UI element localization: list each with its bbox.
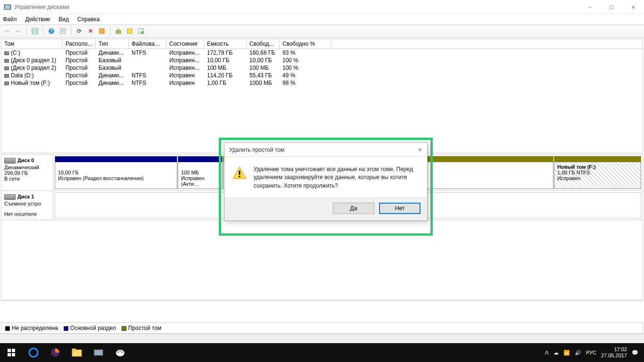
legend: Не распределена Основной раздел Простой … — [1, 322, 643, 334]
partition-d[interactable] — [407, 156, 553, 189]
svg-rect-2 — [5, 8, 10, 8]
legend-primary-swatch — [64, 326, 68, 331]
svg-rect-26 — [94, 350, 103, 355]
toolbar: ⇦ ⇨ ? ⟳ ✕ — [0, 25, 644, 38]
action3-icon[interactable] — [136, 26, 146, 36]
svg-rect-18 — [8, 349, 11, 352]
windows-icon — [8, 349, 15, 356]
window-close-button[interactable]: ✕ — [622, 0, 644, 14]
action2-icon[interactable] — [124, 26, 135, 36]
menu-help[interactable]: Справка — [77, 16, 99, 23]
disk-mgmt-icon — [4, 3, 11, 11]
taskbar-edge-icon[interactable] — [23, 343, 44, 362]
table-row[interactable]: Новый том (F:)ПростойДинами...NTFSИсправ… — [1, 79, 643, 87]
status-bar — [0, 334, 644, 343]
svg-rect-3 — [32, 28, 38, 34]
warning-icon — [232, 165, 247, 181]
tray-network-icon[interactable]: 📶 — [563, 350, 570, 356]
tray-notifications-icon[interactable]: 💬 — [632, 350, 638, 356]
menu-view[interactable]: Вид — [58, 16, 69, 23]
table-row[interactable]: (Диск 0 раздел 2)ПростойБазовыйИсправен.… — [1, 64, 643, 72]
start-button[interactable] — [0, 349, 23, 356]
forward-icon[interactable]: ⇨ — [13, 26, 24, 36]
svg-text:?: ? — [50, 29, 53, 34]
table-row[interactable]: (C:)ПростойДинами...NTFSИсправен...172,7… — [1, 49, 643, 57]
col-capacity[interactable]: Емкость — [204, 39, 247, 49]
tray-volume-icon[interactable]: 🔊 — [575, 350, 581, 356]
svg-rect-21 — [12, 353, 15, 356]
svg-rect-20 — [8, 353, 11, 356]
window-title: Управление дисками — [14, 4, 69, 10]
menu-file[interactable]: Файл — [3, 16, 17, 23]
svg-point-30 — [122, 352, 123, 353]
svg-rect-8 — [60, 29, 65, 33]
svg-rect-25 — [72, 349, 76, 351]
taskbar-explorer-icon[interactable] — [66, 343, 88, 362]
col-layout[interactable]: Располо... — [63, 39, 96, 49]
window-maximize-button[interactable]: ☐ — [601, 0, 622, 14]
dialog-no-button[interactable]: Нет — [379, 203, 421, 214]
col-type[interactable]: Тип — [96, 39, 129, 49]
taskbar-clock[interactable]: 17:02 27.05.2017 — [601, 346, 627, 359]
dialog-close-button[interactable]: ✕ — [416, 146, 424, 154]
svg-point-28 — [118, 352, 119, 353]
svg-rect-11 — [99, 29, 104, 33]
menu-action[interactable]: Действие — [25, 16, 50, 23]
table-row[interactable]: (Диск 0 раздел 1)ПростойБазовыйИсправен.… — [1, 57, 643, 64]
legend-unalloc-swatch — [5, 326, 10, 331]
tray-onedrive-icon[interactable]: ☁ — [553, 350, 559, 356]
svg-rect-16 — [239, 171, 240, 175]
svg-rect-13 — [127, 29, 132, 33]
tray-language[interactable]: РУС — [586, 350, 596, 355]
volume-table-header: Том Располо... Тип Файловая с... Состоян… — [1, 39, 643, 49]
disk-1-label[interactable]: Диск 1 Съемное устро Нет носителя — [1, 191, 53, 220]
table-row[interactable]: Data (D:)ПростойДинами...NTFSИсправен114… — [1, 72, 643, 79]
delete-icon[interactable]: ✕ — [85, 26, 96, 36]
window-titlebar: Управление дисками ─ ☐ ✕ — [0, 0, 644, 14]
col-free[interactable]: Свобод... — [247, 39, 280, 49]
disk-icon — [4, 194, 16, 200]
tray-chevron-icon[interactable]: ᐱ — [545, 350, 549, 356]
partition-system[interactable]: 100 МБ Исправен (Акти… — [178, 156, 223, 189]
partition-recovery[interactable]: 10,00 ГБ Исправен (Раздел восстановления… — [55, 156, 177, 189]
dialog-titlebar: Удалить простой том ✕ — [224, 143, 427, 157]
help-icon[interactable]: ? — [46, 26, 57, 36]
taskbar-paint-icon[interactable] — [109, 343, 131, 362]
legend-simple-swatch — [122, 326, 126, 331]
col-fs[interactable]: Файловая с... — [129, 39, 166, 49]
dialog-message: Удаление тома уничтожает все данные на э… — [254, 165, 420, 190]
svg-point-15 — [141, 31, 144, 34]
volume-table: Том Располо... Тип Файловая с... Состоян… — [1, 39, 643, 153]
disk-icon — [4, 158, 16, 164]
dialog-yes-button[interactable]: Да — [333, 203, 374, 214]
action1-icon[interactable] — [113, 26, 124, 36]
taskbar-diskmgmt-icon[interactable] — [88, 343, 109, 362]
settings-icon[interactable] — [97, 26, 107, 36]
view-list-icon[interactable] — [30, 26, 40, 36]
col-volume[interactable]: Том — [1, 39, 63, 49]
window-minimize-button[interactable]: ─ — [579, 0, 601, 14]
svg-rect-1 — [5, 6, 10, 7]
svg-point-22 — [29, 348, 38, 357]
disk-0-label[interactable]: Диск 0 Динамический 298,09 ГБ В сети — [1, 155, 53, 190]
col-status[interactable]: Состояние — [166, 39, 204, 49]
dialog-title: Удалить простой том — [229, 147, 284, 153]
confirm-dialog: Удалить простой том ✕ Удаление тома унич… — [224, 142, 428, 221]
svg-rect-19 — [12, 349, 15, 352]
col-free-pct[interactable]: Свободно % — [280, 39, 331, 49]
partition-f[interactable]: Новый том (F:) 1,00 ГБ NTFS Исправен — [554, 156, 641, 189]
layout-empty — [1, 220, 643, 300]
svg-point-29 — [120, 351, 121, 352]
taskbar: ᐱ ☁ 📶 🔊 РУС 17:02 27.05.2017 💬 — [0, 343, 644, 362]
properties-icon[interactable] — [58, 26, 68, 36]
taskbar-firefox-icon[interactable] — [44, 343, 66, 362]
svg-rect-17 — [239, 176, 240, 177]
refresh-icon[interactable]: ⟳ — [74, 26, 84, 36]
svg-rect-0 — [4, 5, 11, 9]
back-icon[interactable]: ⇦ — [2, 26, 12, 36]
menu-bar: Файл Действие Вид Справка — [0, 14, 644, 25]
